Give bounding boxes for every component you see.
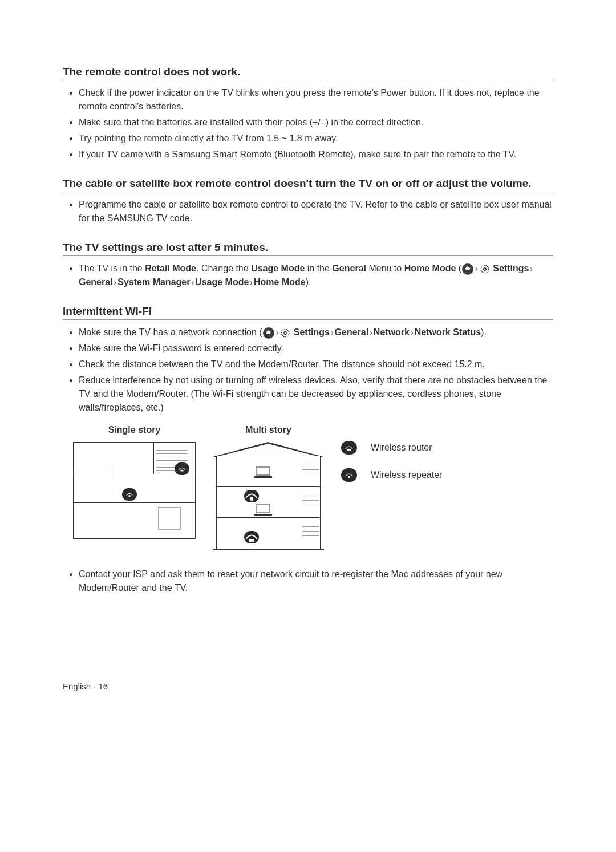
bold-text: Network [374, 327, 410, 337]
chevron-icon: › [250, 277, 253, 289]
multistory-image [213, 442, 324, 550]
bold-text: Settings [294, 327, 330, 337]
section-list-remote: Check if the power indicator on the TV b… [63, 86, 553, 161]
text: The TV is in the [79, 263, 145, 273]
diagram-multi-story: Multi story [213, 425, 324, 550]
text: Make sure the TV has a network connectio… [79, 327, 262, 337]
section-title-remote: The remote control does not work. [63, 66, 553, 80]
svg-rect-4 [256, 467, 270, 475]
page-footer: English - 16 [63, 681, 108, 691]
section-list-wifi-continued: Contact your ISP and ask them to reset y… [63, 567, 553, 595]
section-title-wifi: Intermittent Wi-Fi [63, 305, 553, 320]
svg-point-1 [284, 332, 287, 335]
section-list-wifi: Make sure the TV has a network connectio… [63, 326, 553, 415]
chevron-icon: › [276, 327, 279, 339]
list-item: Check if the power indicator on the TV b… [79, 86, 553, 113]
diagram-legend: Wireless router Wireless repeater [341, 425, 442, 482]
legend-row-repeater: Wireless repeater [341, 468, 442, 482]
chevron-icon: › [411, 327, 414, 339]
list-item: Make sure that the batteries are install… [79, 116, 553, 129]
chevron-icon: › [530, 263, 533, 275]
bold-text: General [335, 327, 369, 337]
svg-point-6 [250, 497, 254, 501]
stairs-icon [302, 459, 319, 547]
diagram-caption: Single story [73, 425, 196, 435]
list-item: The TV is in the Retail Mode. Change the… [79, 262, 553, 289]
text: . Change the [196, 263, 251, 273]
bold-text: Network Status [415, 327, 481, 337]
section-list-cablebox: Programme the cable or satellite box rem… [63, 198, 553, 225]
svg-rect-7 [256, 505, 270, 513]
section-list-retail: The TV is in the Retail Mode. Change the… [63, 262, 553, 289]
router-icon [341, 441, 357, 455]
legend-label: Wireless router [371, 443, 432, 453]
svg-rect-9 [249, 539, 254, 542]
svg-point-11 [348, 476, 350, 478]
floorplan-image [73, 442, 196, 539]
home-icon [462, 263, 473, 275]
home-icon [263, 327, 274, 339]
repeater-icon [122, 488, 137, 501]
diagram-single-story: Single story [73, 425, 196, 539]
bold-text: Home Mode [254, 277, 306, 287]
svg-rect-8 [254, 514, 272, 516]
diagrams-container: Single story [73, 425, 553, 550]
list-item: Check the distance between the TV and th… [79, 358, 553, 371]
text: ( [456, 263, 461, 273]
legend-label: Wireless repeater [371, 470, 442, 480]
text: ). [306, 277, 311, 287]
chevron-icon: › [191, 277, 194, 289]
list-item: Programme the cable or satellite box rem… [79, 198, 553, 225]
section-title-cablebox: The cable or satellite box remote contro… [63, 177, 553, 192]
legend-row-router: Wireless router [341, 441, 442, 455]
bold-text: Settings [493, 263, 529, 273]
router-icon [244, 531, 259, 543]
list-item: If your TV came with a Samsung Smart Rem… [79, 148, 553, 161]
svg-rect-5 [254, 476, 272, 478]
text: Menu to [366, 263, 404, 273]
svg-rect-2 [180, 470, 183, 472]
svg-point-3 [128, 495, 131, 497]
bold-text: Retail Mode [145, 263, 196, 273]
gear-icon [280, 328, 290, 338]
bold-text: Usage Mode [195, 277, 249, 287]
laptop-icon [253, 466, 273, 480]
chevron-icon: › [475, 263, 478, 275]
laptop-icon [253, 504, 273, 517]
router-icon [175, 462, 189, 475]
svg-rect-10 [347, 449, 351, 451]
chevron-icon: › [370, 327, 372, 339]
repeater-icon [244, 490, 259, 502]
repeater-icon [341, 468, 357, 482]
bold-text: General [332, 263, 366, 273]
svg-point-0 [484, 268, 487, 271]
list-item: Reduce interference by not using or turn… [79, 374, 553, 415]
bold-text: Usage Mode [251, 263, 305, 273]
chevron-icon: › [114, 277, 117, 289]
gear-icon [480, 264, 490, 274]
diagram-caption: Multi story [213, 425, 324, 435]
text: ). [481, 327, 487, 337]
list-item: Try pointing the remote directly at the … [79, 132, 553, 145]
bold-text: System Manager [117, 277, 190, 287]
text: in the [305, 263, 332, 273]
list-item: Make sure the TV has a network connectio… [79, 326, 553, 339]
bold-text: General [79, 277, 113, 287]
bold-text: Home Mode [404, 263, 456, 273]
list-item: Make sure the Wi-Fi password is entered … [79, 342, 553, 355]
section-title-settings-lost: The TV settings are lost after 5 minutes… [63, 241, 553, 256]
chevron-icon: › [331, 327, 334, 339]
list-item: Contact your ISP and ask them to reset y… [79, 567, 553, 595]
